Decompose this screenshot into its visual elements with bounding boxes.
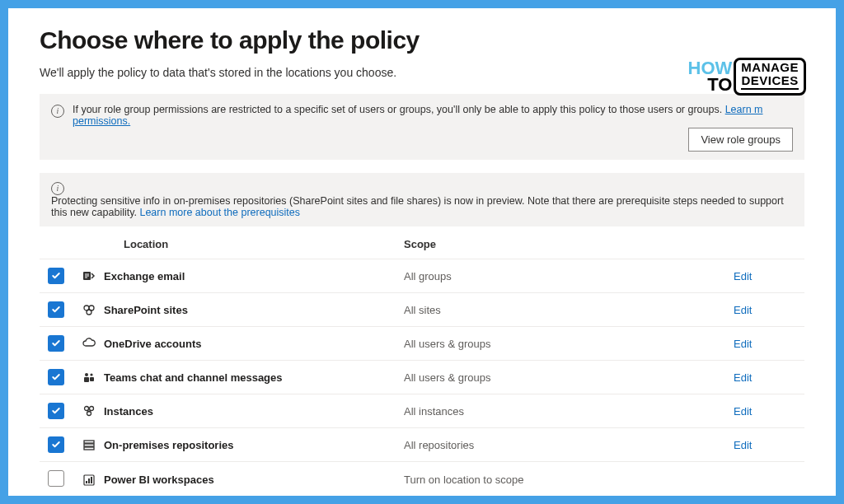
svg-rect-17: [91, 477, 92, 483]
info-icon: i: [51, 182, 64, 195]
svg-point-5: [90, 373, 92, 376]
svg-point-8: [85, 407, 89, 411]
table-row: Teams chat and channel messagesAll users…: [40, 361, 804, 394]
info-icon: i: [51, 105, 64, 118]
location-checkbox[interactable]: [48, 403, 64, 419]
page-container: Choose where to apply the policy We'll a…: [8, 8, 836, 496]
svg-rect-13: [84, 447, 94, 450]
location-scope: All users & groups: [404, 338, 734, 350]
svg-point-4: [85, 373, 88, 376]
location-scope: All groups: [404, 270, 734, 282]
preview-banner-text: Protecting sensitive info in on-premises…: [51, 195, 793, 218]
powerbi-icon: [82, 474, 96, 487]
exchange-icon: [82, 269, 96, 282]
banner-text: If your role group permissions are restr…: [73, 104, 763, 127]
header-scope: Scope: [404, 238, 734, 250]
svg-point-3: [87, 310, 91, 315]
role-permissions-banner: i If your role group permissions are res…: [40, 94, 804, 160]
svg-rect-16: [88, 478, 90, 483]
table-row: On-premises repositoriesAll repositories…: [40, 428, 804, 462]
table-header: Location Scope: [40, 228, 804, 259]
location-scope: All sites: [404, 304, 734, 316]
page-title: Choose where to apply the policy: [40, 26, 804, 54]
location-name: Teams chat and channel messages: [104, 371, 283, 384]
table-row: InstancesAll instancesEdit: [40, 394, 804, 428]
location-scope: All users & groups: [404, 371, 734, 384]
table-row: Exchange emailAll groupsEdit: [40, 259, 804, 293]
location-checkbox[interactable]: [48, 268, 64, 284]
edit-link[interactable]: Edit: [734, 439, 752, 451]
location-checkbox[interactable]: [48, 369, 64, 385]
prerequisites-link[interactable]: Learn more about the prerequisites: [139, 207, 300, 218]
svg-rect-11: [84, 441, 94, 443]
svg-point-10: [87, 412, 91, 416]
edit-link[interactable]: Edit: [734, 270, 752, 282]
location-checkbox[interactable]: [48, 335, 64, 352]
header-location: Location: [82, 238, 404, 250]
edit-link[interactable]: Edit: [734, 338, 752, 350]
location-checkbox[interactable]: [48, 470, 64, 487]
location-checkbox[interactable]: [48, 301, 64, 318]
location-name: On-premises repositories: [104, 439, 234, 451]
svg-rect-7: [90, 377, 94, 381]
location-name: Instances: [104, 405, 153, 418]
table-row: OneDrive accountsAll users & groupsEdit: [40, 327, 804, 361]
table-row: Power BI workspacesTurn on location to s…: [40, 462, 804, 496]
howto-manage-devices-logo: HOW TO MANAGE DEVICES: [688, 58, 806, 96]
onedrive-icon: [82, 337, 96, 350]
location-name: OneDrive accounts: [104, 338, 202, 350]
location-name: SharePoint sites: [104, 304, 188, 316]
locations-table: Location Scope Exchange emailAll groupsE…: [40, 228, 804, 496]
view-role-groups-button[interactable]: View role groups: [688, 128, 793, 152]
svg-rect-6: [84, 377, 89, 382]
preview-banner: i Protecting sensitive info in on-premis…: [40, 173, 804, 226]
location-scope: Turn on location to scope: [404, 474, 734, 486]
onprem-icon: [82, 438, 96, 451]
permissions-link[interactable]: permissions.: [73, 115, 130, 127]
instances-icon: [82, 404, 96, 418]
location-checkbox[interactable]: [48, 436, 64, 453]
location-scope: All instances: [404, 405, 734, 418]
location-scope: All repositories: [404, 439, 734, 451]
svg-rect-15: [86, 481, 87, 483]
location-name: Power BI workspaces: [104, 474, 214, 486]
learn-more-link[interactable]: Learn m: [725, 104, 763, 115]
svg-point-9: [90, 407, 94, 411]
edit-link[interactable]: Edit: [734, 405, 752, 418]
edit-link[interactable]: Edit: [734, 371, 752, 384]
teams-icon: [82, 371, 96, 384]
sharepoint-icon: [82, 303, 96, 316]
location-name: Exchange email: [104, 270, 185, 282]
svg-rect-12: [84, 444, 94, 446]
table-row: SharePoint sitesAll sitesEdit: [40, 293, 804, 327]
edit-link[interactable]: Edit: [734, 304, 752, 316]
